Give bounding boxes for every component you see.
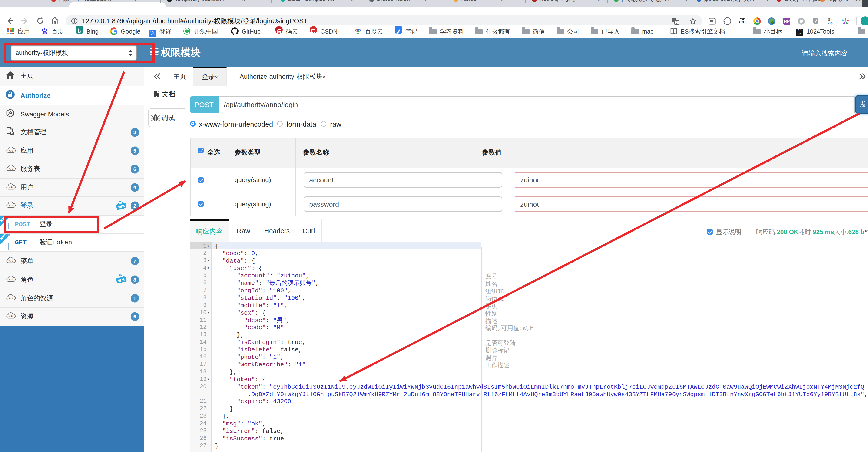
svg-text:Zip: Zip — [828, 21, 833, 25]
svg-text:Git: Git — [828, 18, 832, 21]
svg-text:API: API — [9, 186, 13, 189]
svg-text:文: 文 — [675, 21, 679, 24]
svg-text:API: API — [9, 204, 13, 207]
svg-text:RP: RP — [784, 19, 790, 24]
svg-text:{..}: {..} — [724, 20, 731, 23]
svg-text:API: API — [9, 315, 13, 318]
svg-text:API: API — [9, 296, 13, 299]
svg-text:API: API — [9, 259, 13, 262]
svg-text:API: API — [9, 149, 13, 152]
svg-text:en: en — [739, 19, 744, 24]
svg-text:du: du — [43, 32, 46, 34]
svg-text:API: API — [9, 168, 13, 170]
svg-text:API: API — [9, 278, 13, 281]
